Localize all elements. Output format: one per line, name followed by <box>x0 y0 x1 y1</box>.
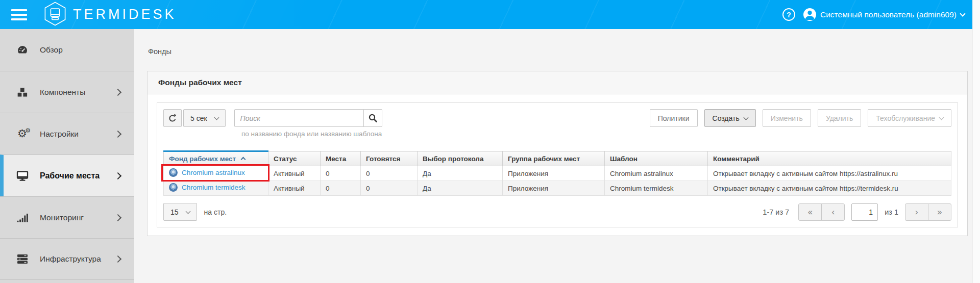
cell-template: Chromium astralinux <box>605 166 708 181</box>
hamburger-menu-icon[interactable] <box>11 7 27 23</box>
refresh-interval-select[interactable]: 5 сек <box>183 109 226 127</box>
refresh-button[interactable] <box>163 109 182 127</box>
sidebar-item-settings[interactable]: ⚙⚙Настройки <box>0 113 134 155</box>
cell-protocol_choice: Да <box>418 166 503 181</box>
column-header[interactable]: Группа рабочих мест <box>503 151 605 166</box>
table-row: Chromium astralinuxАктивный00ДаПриложени… <box>164 166 951 181</box>
search-icon <box>368 113 378 123</box>
column-header[interactable]: Шаблон <box>605 151 708 166</box>
sidebar-item-label: Компоненты <box>40 88 85 97</box>
cell-fond: Chromium termidesk <box>164 181 268 196</box>
column-header[interactable]: Места <box>321 151 361 166</box>
desktop-icon <box>15 170 29 182</box>
chevron-down-icon <box>214 115 219 120</box>
fonds-table-wrap: Фонд рабочих местСтатусМестаГотовятсяВыб… <box>163 151 951 196</box>
table-header-row: Фонд рабочих местСтатусМестаГотовятсяВыб… <box>164 151 951 166</box>
button-label: Удалить <box>826 114 853 122</box>
chevron-right-icon <box>114 130 121 137</box>
app-window: TERMIDESK ? Системный пользователь (admi… <box>0 0 980 283</box>
column-header[interactable]: Фонд рабочих мест <box>164 151 268 166</box>
column-header[interactable]: Статус <box>268 151 321 166</box>
page-size-value: 15 <box>170 208 179 216</box>
policies-button[interactable]: Политики <box>650 109 698 127</box>
button-label: Политики <box>658 114 690 122</box>
table-row: Chromium termideskАктивный00ДаПриложения… <box>164 181 951 196</box>
breadcrumb: Фонды <box>148 47 972 56</box>
page-number-input[interactable] <box>851 203 878 221</box>
column-header[interactable]: Комментарий <box>708 151 951 166</box>
range-label: 1-7 из 7 <box>763 208 789 216</box>
chevron-right-icon <box>114 255 121 263</box>
table-footer: 15 на стр. 1-7 из 7 « ‹ из 1 <box>163 203 951 221</box>
sidebar-item-label: Рабочие места <box>40 171 100 181</box>
monitoring-icon <box>15 212 29 224</box>
help-icon[interactable]: ? <box>782 8 795 21</box>
search-input[interactable] <box>234 109 364 127</box>
sidebar-item-workplaces[interactable]: Рабочие места <box>0 155 134 196</box>
fond-link[interactable]: Chromium termidesk <box>169 183 246 192</box>
top-bar: TERMIDESK ? Системный пользователь (admi… <box>0 0 980 29</box>
table-body: Chromium astralinuxАктивный00ДаПриложени… <box>164 166 951 196</box>
cell-template: Chromium termidesk <box>605 181 708 196</box>
logo-text: TERMIDESK <box>73 7 177 22</box>
termidesk-logo-icon <box>44 2 66 28</box>
column-header[interactable]: Выбор протокола <box>418 151 503 166</box>
search-button[interactable] <box>363 109 382 127</box>
sidebar-item-label: Настройки <box>40 130 79 139</box>
next-page-button[interactable]: › <box>905 203 928 221</box>
termidesk-logo: TERMIDESK <box>44 2 177 28</box>
chevron-right-icon <box>114 214 121 221</box>
chevron-down-icon <box>743 115 748 120</box>
sidebar-item-label: Инфраструктура <box>40 254 101 264</box>
chevron-down-icon <box>185 209 190 214</box>
cell-fond: Chromium astralinux <box>164 166 268 181</box>
button-label: Создать <box>713 114 740 122</box>
fonds-table: Фонд рабочих местСтатусМестаГотовятсяВыб… <box>163 151 951 196</box>
sidebar: ОбзорКомпоненты⚙⚙НастройкиРабочие местаМ… <box>0 29 134 283</box>
cell-status: Активный <box>268 181 321 196</box>
user-name: Системный пользователь (admin609) <box>820 10 957 19</box>
last-page-button[interactable]: » <box>928 203 951 221</box>
cell-seats: 0 <box>321 181 361 196</box>
delete-button: Удалить <box>818 109 861 127</box>
cell-seats: 0 <box>321 166 361 181</box>
fonds-panel: Фонды рабочих мест 5 сек <box>147 71 968 236</box>
column-header[interactable]: Готовятся <box>361 151 418 166</box>
sidebar-item-monitoring[interactable]: Мониторинг <box>0 196 134 238</box>
maintenance-button: Техобслуживание <box>868 109 951 127</box>
refresh-interval-value: 5 сек <box>190 114 207 122</box>
user-menu[interactable]: Системный пользователь (admin609) <box>803 8 965 21</box>
per-page-label: на стр. <box>204 208 227 216</box>
cell-comment: Открывает вкладку с активным сайтом http… <box>708 166 951 181</box>
sidebar-item-components[interactable]: Компоненты <box>0 71 134 113</box>
sidebar-item-infrastructure[interactable]: Инфраструктура <box>0 238 134 280</box>
toolbar: 5 сек ПолитикиСоз <box>163 109 951 127</box>
sidebar-item-overview[interactable]: Обзор <box>0 29 134 71</box>
chromium-icon <box>169 183 178 192</box>
cell-preparing: 0 <box>361 166 418 181</box>
gauge-icon <box>15 44 29 56</box>
panel-inner: 5 сек ПолитикиСоз <box>157 102 958 227</box>
sort-asc-icon <box>241 157 246 162</box>
first-page-button[interactable]: « <box>798 203 822 221</box>
toolbar-actions: ПолитикиСоздатьИзменитьУдалитьТехобслужи… <box>650 109 951 127</box>
prev-page-button[interactable]: ‹ <box>821 203 845 221</box>
cell-protocol_choice: Да <box>418 181 503 196</box>
button-label: Изменить <box>771 114 803 122</box>
cubes-icon <box>15 86 29 98</box>
create-button[interactable]: Создать <box>704 109 756 127</box>
cell-status: Активный <box>268 166 321 181</box>
chevron-right-icon <box>114 172 121 179</box>
of-pages-label: из 1 <box>885 208 898 216</box>
chevron-down-icon <box>960 11 965 16</box>
sidebar-item-label: Мониторинг <box>40 213 84 222</box>
cell-preparing: 0 <box>361 181 418 196</box>
cell-group: Приложения <box>503 181 605 196</box>
user-avatar-icon <box>803 8 816 21</box>
edit-button: Изменить <box>763 109 811 127</box>
fond-link[interactable]: Chromium astralinux <box>169 168 245 177</box>
chromium-icon <box>169 168 178 177</box>
scrollbar-track[interactable] <box>972 0 980 283</box>
page-size-select[interactable]: 15 <box>163 203 197 221</box>
main-content: Фонды Фонды рабочих мест 5 сек <box>134 29 972 283</box>
